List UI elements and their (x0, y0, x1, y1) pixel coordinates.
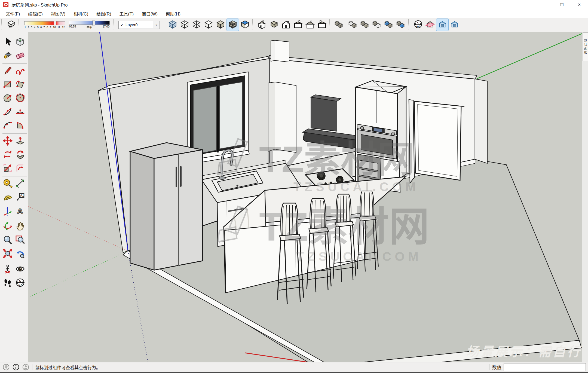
model-viewport[interactable]: TZ素材网 TZSUCAI.COM TZ素材网 TZSUCAI.COM 场景展示… (28, 32, 582, 362)
axes-tool-button[interactable] (2, 205, 14, 218)
display-section-cuts-button[interactable] (436, 19, 449, 31)
menu-tools[interactable]: 工具(T) (115, 9, 138, 18)
zoom-window-icon (15, 235, 25, 246)
shadow-time-slider[interactable]: 06:55中午17:00 (69, 21, 110, 29)
push-pull-tool-button[interactable] (14, 135, 26, 148)
toolbar-grip[interactable] (1, 19, 4, 30)
arc-tool-button[interactable] (2, 106, 14, 119)
intersect-icon (348, 19, 358, 30)
view-front-button[interactable] (280, 19, 292, 31)
protractor-tool-button[interactable] (2, 191, 14, 204)
look-around-tool-button[interactable] (14, 263, 26, 276)
zoom-window-tool-button[interactable] (14, 234, 26, 247)
chevron-down-icon[interactable]: ˅ (153, 21, 160, 28)
monochrome-button[interactable] (239, 19, 251, 31)
layer-combo[interactable]: ✓ Layer0 ˅ (118, 21, 160, 29)
select-tool-button[interactable] (2, 36, 14, 49)
view-left-button[interactable] (316, 19, 328, 31)
trim-button[interactable] (383, 19, 395, 31)
text-tool-button[interactable]: A1 (14, 191, 26, 204)
measure-input[interactable] (504, 363, 586, 371)
make-component-tool-button[interactable] (14, 36, 26, 49)
geolocation-icon[interactable] (2, 363, 10, 371)
palette-grip[interactable] (2, 33, 26, 35)
pan-tool-button[interactable] (14, 220, 26, 233)
position-camera-tool-button[interactable] (2, 263, 14, 276)
polygon-tool-button[interactable] (14, 92, 26, 105)
default-tray-tab[interactable]: 默认面板 (583, 32, 588, 61)
outer-shell-button[interactable] (333, 19, 345, 31)
three-d-text-tool-button[interactable]: A (14, 205, 26, 218)
profile-icon[interactable] (22, 363, 29, 371)
pie-tool-button[interactable] (14, 119, 26, 132)
section-plane-tool-button[interactable]: C A-B (14, 277, 26, 290)
shadow-box-button[interactable] (5, 19, 17, 31)
rectangle-tool-button[interactable] (2, 78, 14, 91)
intersect-button[interactable] (347, 19, 359, 31)
menu-bar: 文件(F)编辑(E)视图(V)相机(C)绘图(R)工具(T)窗口(W)帮助(H) (0, 9, 588, 18)
close-button[interactable]: ✕ (571, 0, 588, 9)
rotate-tool-button[interactable] (2, 148, 14, 161)
orbit-tool-button[interactable] (2, 220, 14, 233)
svg-text:A-B: A-B (18, 284, 23, 286)
section-plane-button[interactable]: C A-B (412, 19, 424, 31)
menu-view[interactable]: 视图(V) (47, 9, 69, 18)
menu-draw[interactable]: 绘图(R) (92, 9, 115, 18)
toolbar-grip[interactable] (329, 19, 332, 30)
view-right-button[interactable] (292, 19, 304, 31)
walk-tool-button[interactable] (2, 277, 14, 290)
view-back-button[interactable] (304, 19, 316, 31)
move-tool-button[interactable] (2, 135, 14, 148)
tape-measure-tool-button[interactable] (2, 178, 14, 191)
union-button[interactable] (359, 19, 371, 31)
minimize-button[interactable]: — (536, 0, 553, 9)
previous-tool-button[interactable] (14, 247, 26, 261)
menu-help[interactable]: 帮助(H) (162, 9, 185, 18)
shadow-date-slider[interactable]: 123456789101112 (24, 21, 65, 29)
offset-tool-button[interactable] (14, 162, 26, 175)
dimension-tool-button[interactable] (14, 178, 26, 191)
paint-bucket-tool-button[interactable] (2, 49, 14, 62)
view-top-button[interactable] (268, 19, 280, 31)
axes-icon (2, 206, 13, 217)
circle-tool-button[interactable] (2, 92, 14, 105)
menu-camera[interactable]: 相机(C) (69, 9, 92, 18)
shaded-textures-button[interactable] (226, 19, 239, 31)
rotated-rectangle-tool-button[interactable] (14, 78, 26, 91)
toolbar-grip[interactable] (163, 19, 165, 30)
menu-file[interactable]: 文件(F) (2, 9, 24, 18)
eraser-tool-button[interactable]: PINK (14, 49, 26, 62)
menu-edit[interactable]: 编辑(E) (24, 9, 47, 18)
display-section-planes-button[interactable] (424, 19, 436, 31)
toolbar-grip[interactable] (408, 19, 411, 30)
section-plane-icon: C A-B (15, 277, 25, 289)
section-fill-button[interactable] (449, 19, 461, 31)
zoom-tool-button[interactable] (2, 234, 14, 247)
outer-shell-icon (334, 19, 344, 30)
menu-window[interactable]: 窗口(W) (138, 9, 162, 18)
toolbar-grip[interactable] (113, 19, 115, 30)
scale-tool-button[interactable] (2, 162, 14, 175)
maximize-button[interactable]: ❐ (553, 0, 571, 9)
view-iso-button[interactable] (256, 19, 268, 31)
hidden-line-button[interactable] (203, 19, 215, 31)
xray-button[interactable] (167, 19, 179, 31)
line-tool-button[interactable] (2, 65, 14, 78)
credits-icon[interactable] (12, 363, 20, 371)
back-edges-button[interactable] (179, 19, 191, 31)
freehand-tool-button[interactable] (14, 65, 26, 78)
split-button[interactable] (395, 19, 407, 31)
follow-me-tool-button[interactable] (14, 148, 26, 161)
wireframe-button[interactable] (191, 19, 203, 31)
toolbar-grip[interactable] (252, 19, 255, 30)
toolbar-grip[interactable] (19, 19, 21, 30)
zoom-extents-icon (2, 248, 13, 260)
zoom-extents-tool-button[interactable] (2, 247, 14, 261)
three-point-arc-tool-button[interactable] (2, 119, 14, 132)
date-slider-handle[interactable] (54, 21, 56, 26)
time-slider-handle[interactable] (93, 20, 95, 26)
shaded-button[interactable] (215, 19, 226, 31)
two-point-arc-tool-button[interactable] (14, 106, 26, 119)
subtract-button[interactable] (371, 19, 383, 31)
kitchen-model-canvas[interactable]: TZ素材网 TZSUCAI.COM TZ素材网 TZSUCAI.COM 场景展示… (28, 32, 582, 362)
